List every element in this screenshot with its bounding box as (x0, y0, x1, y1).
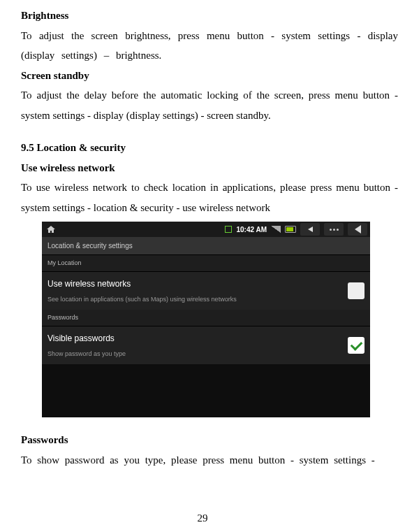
screen-title: Location & security settings (42, 237, 370, 255)
status-bar: 10:42 AM (42, 222, 370, 237)
para-standby: To adjust the delay before the automatic… (21, 85, 398, 125)
group-my-location: My Location (42, 255, 370, 271)
empty-area (42, 364, 370, 417)
row-title: Use wireless networks (47, 276, 348, 292)
row-use-wireless-networks[interactable]: Use wireless networks See location in ap… (42, 271, 370, 310)
back-arrow-icon (355, 225, 361, 233)
heading-screen-standby: Screen standby (21, 66, 398, 86)
status-icon (225, 226, 232, 233)
volume-button[interactable] (300, 223, 320, 236)
screenshot-location-security: 10:42 AM Location & security settings My… (42, 222, 370, 417)
heading-passwords: Passwords (21, 430, 398, 450)
checkbox-wireless[interactable] (348, 282, 364, 299)
para-passwords: To show password as you type, please pre… (21, 450, 398, 470)
dots-icon (330, 229, 339, 231)
row-visible-passwords[interactable]: Visible passwords Show password as you t… (42, 326, 370, 364)
group-passwords: Passwords (42, 310, 370, 326)
para-brightness: To adjust the screen brightness, press m… (21, 26, 398, 66)
heading-section-9-5: 9.5 Location & security (21, 138, 398, 158)
para-wireless: To use wireless network to check locatio… (21, 178, 398, 217)
speaker-icon (308, 227, 313, 232)
row-title: Visible passwords (47, 331, 348, 347)
checkbox-visible-passwords[interactable] (348, 337, 364, 354)
page-number: 29 (0, 508, 405, 529)
heading-brightness: Brightness (21, 6, 398, 26)
clock: 10:42 AM (236, 223, 267, 236)
menu-button[interactable] (324, 223, 344, 236)
back-button[interactable] (348, 223, 367, 236)
signal-icon (271, 226, 281, 233)
row-subtitle: Show password as you type (47, 348, 348, 360)
battery-icon (285, 226, 296, 233)
heading-use-wireless: Use wireless network (21, 158, 398, 178)
row-subtitle: See location in applications (such as Ma… (47, 294, 348, 305)
home-icon[interactable] (45, 224, 57, 234)
